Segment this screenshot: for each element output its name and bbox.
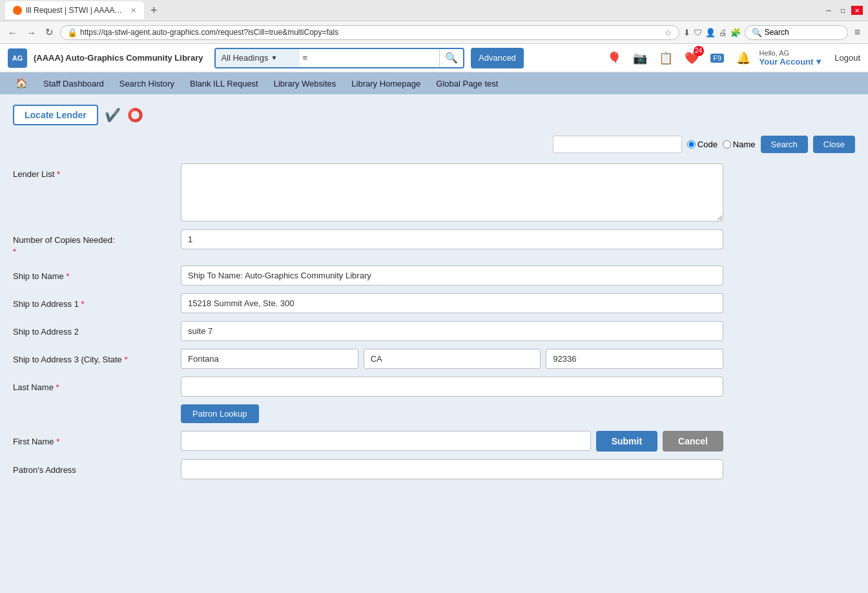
f9-icon-button[interactable]: F9	[708, 48, 727, 68]
maximize-button[interactable]: □	[837, 6, 849, 15]
extension-icon[interactable]: 🧩	[730, 28, 741, 37]
ship-name-row: Ship to Name *	[13, 265, 723, 286]
code-radio[interactable]	[687, 140, 696, 149]
ag-logo-icon: AG	[8, 48, 27, 68]
code-radio-label[interactable]: Code	[687, 140, 718, 149]
empty-circle-icon[interactable]: ⭕	[127, 107, 143, 123]
sidebar-item-global-page-test[interactable]: Global Page test	[428, 72, 506, 94]
balloon-icon-button[interactable]: 🎈	[604, 48, 624, 68]
sidebar-item-library-homepage[interactable]: Library Homepage	[344, 72, 428, 94]
main-content: Locate Lender ✔️ ⭕ Code Name Search Clos…	[0, 94, 868, 593]
browser-search-input[interactable]	[765, 28, 829, 37]
notification-badge: 24	[694, 46, 704, 56]
sidebar-item-home[interactable]: 🏠	[8, 72, 36, 94]
ship-address3-label: Ship to Address 3 (City, State *	[13, 349, 181, 366]
form-section: Lender List * Number of Copies Needed: *…	[13, 163, 723, 479]
page-scroll[interactable]: Locate Lender ✔️ ⭕ Code Name Search Clos…	[0, 94, 868, 593]
download-icon[interactable]: ⬇	[683, 28, 690, 37]
list-icon-button[interactable]: 📋	[656, 48, 676, 68]
lender-list-row: Lender List *	[13, 163, 723, 222]
ship-address2-input[interactable]	[181, 321, 723, 341]
refresh-button[interactable]: ↻	[43, 25, 56, 39]
sub-nav: 🏠 Staff Dashboard Search History Blank I…	[0, 72, 868, 94]
logout-button[interactable]: Logout	[834, 53, 860, 63]
first-name-input[interactable]	[181, 431, 591, 451]
last-name-input[interactable]	[181, 377, 723, 397]
browser-menu-button[interactable]: ≡	[852, 25, 863, 39]
lender-list-textarea[interactable]	[181, 163, 723, 222]
browser-tab[interactable]: Ill Request | STWI | AAAA | Autc... ✕	[5, 1, 144, 19]
app-title: (AAAA) Auto-Graphics Community Library	[34, 53, 203, 63]
check-circle-icon[interactable]: ✔️	[105, 107, 121, 123]
patrons-address-row: Patron's Address	[13, 459, 723, 479]
zip-input[interactable]	[546, 349, 723, 369]
favicon-icon	[13, 6, 22, 15]
close-button[interactable]: ✕	[851, 6, 863, 15]
app-header: AG (AAAA) Auto-Graphics Community Librar…	[0, 44, 868, 72]
star-icon[interactable]: ☆	[665, 28, 672, 37]
submit-button[interactable]: Submit	[596, 431, 657, 452]
ship-address1-required: *	[81, 299, 85, 309]
minimize-button[interactable]: ─	[823, 6, 834, 15]
tab-close-icon[interactable]: ✕	[130, 6, 136, 15]
f9-badge: F9	[710, 54, 724, 63]
advanced-button[interactable]: Advanced	[471, 48, 524, 68]
url-input[interactable]	[80, 28, 662, 37]
ship-address2-row: Ship to Address 2	[13, 321, 723, 341]
address3-inputs	[181, 349, 723, 369]
last-name-required: *	[56, 382, 59, 392]
locate-lender-button[interactable]: Locate Lender	[13, 105, 98, 125]
address-bar[interactable]: 🔒 ☆	[60, 25, 679, 40]
browser-titlebar: Ill Request | STWI | AAAA | Autc... ✕ + …	[0, 0, 868, 21]
bottom-action-row: Submit Cancel	[596, 431, 723, 452]
stack-icon[interactable]: ≡	[300, 53, 310, 63]
ship-name-required: *	[66, 271, 69, 281]
heart-icon-button[interactable]: ❤️ 24	[682, 48, 701, 68]
cancel-button[interactable]: Cancel	[663, 431, 723, 452]
copies-input[interactable]	[181, 229, 723, 249]
bell-icon-button[interactable]: 🔔	[734, 48, 753, 68]
account-section[interactable]: Hello, AG Your Account ▼	[760, 49, 823, 67]
lender-list-label: Lender List *	[13, 163, 181, 180]
all-headings-label: All Headings	[221, 53, 268, 63]
ship-name-input[interactable]	[181, 265, 723, 286]
profile-icon[interactable]: 👤	[705, 28, 716, 37]
main-search-input[interactable]	[310, 49, 439, 67]
ship-address3-required: *	[124, 355, 127, 364]
search-dropdown[interactable]: All Headings ▼	[216, 49, 300, 67]
lender-search-input[interactable]	[553, 136, 682, 153]
forward-button[interactable]: →	[24, 26, 39, 39]
patron-lookup-button[interactable]: Patron Lookup	[181, 404, 259, 423]
camera-icon-button[interactable]: 📷	[630, 48, 650, 68]
ship-address2-label: Ship to Address 2	[13, 321, 181, 338]
search-go-button[interactable]: 🔍	[439, 49, 463, 67]
sidebar-item-library-websites[interactable]: Library Websites	[266, 72, 344, 94]
shield-icon[interactable]: 🛡	[694, 28, 702, 37]
ship-address1-input[interactable]	[181, 293, 723, 313]
search-bar[interactable]: All Headings ▼ ≡ 🔍	[214, 48, 464, 68]
lender-search-row: Code Name Search Close	[13, 136, 855, 153]
sidebar-item-blank-ill-request[interactable]: Blank ILL Request	[182, 72, 266, 94]
print-icon[interactable]: 🖨	[719, 28, 727, 37]
browser-chrome: Ill Request | STWI | AAAA | Autc... ✕ + …	[0, 0, 868, 44]
browser-search-box[interactable]: 🔍	[745, 25, 848, 40]
first-name-row: First Name * Submit Cancel	[13, 431, 723, 452]
city-input[interactable]	[181, 349, 358, 369]
patrons-address-input[interactable]	[181, 459, 723, 479]
search-magnifier-icon: 🔍	[752, 28, 762, 37]
back-button[interactable]: ←	[5, 26, 20, 39]
address-icons: ⬇ 🛡 👤 🖨 🧩	[683, 28, 741, 37]
name-radio-label[interactable]: Name	[723, 140, 756, 149]
your-account-label: Your Account ▼	[760, 57, 823, 67]
search-radio-group: Code Name	[687, 140, 756, 149]
sidebar-item-staff-dashboard[interactable]: Staff Dashboard	[36, 72, 112, 94]
lender-search-button[interactable]: Search	[761, 136, 808, 153]
copies-label: Number of Copies Needed: *	[13, 229, 181, 258]
sidebar-item-search-history[interactable]: Search History	[112, 72, 182, 94]
new-tab-button[interactable]: +	[147, 4, 161, 17]
state-input[interactable]	[364, 349, 541, 369]
patron-lookup-row: Patron Lookup	[181, 404, 723, 423]
lender-close-button[interactable]: Close	[813, 136, 855, 153]
last-name-label: Last Name *	[13, 377, 181, 393]
name-radio[interactable]	[723, 140, 731, 149]
